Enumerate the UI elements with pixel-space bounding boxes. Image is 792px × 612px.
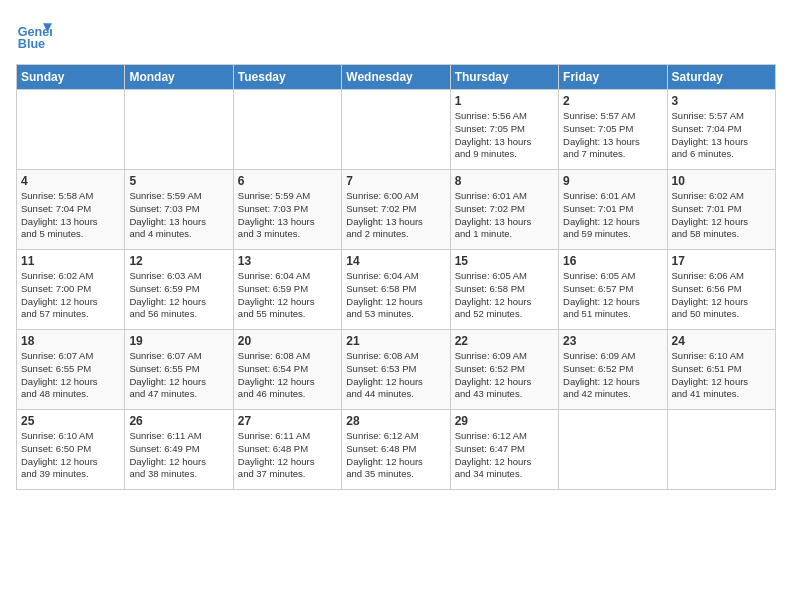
day-number: 26	[129, 414, 228, 428]
day-number: 18	[21, 334, 120, 348]
calendar-cell: 20Sunrise: 6:08 AM Sunset: 6:54 PM Dayli…	[233, 330, 341, 410]
calendar-cell: 6Sunrise: 5:59 AM Sunset: 7:03 PM Daylig…	[233, 170, 341, 250]
day-number: 7	[346, 174, 445, 188]
day-info: Sunrise: 5:59 AM Sunset: 7:03 PM Dayligh…	[129, 190, 228, 241]
day-number: 25	[21, 414, 120, 428]
calendar-cell: 18Sunrise: 6:07 AM Sunset: 6:55 PM Dayli…	[17, 330, 125, 410]
calendar-cell: 17Sunrise: 6:06 AM Sunset: 6:56 PM Dayli…	[667, 250, 775, 330]
calendar-cell: 4Sunrise: 5:58 AM Sunset: 7:04 PM Daylig…	[17, 170, 125, 250]
calendar-cell: 14Sunrise: 6:04 AM Sunset: 6:58 PM Dayli…	[342, 250, 450, 330]
svg-text:Blue: Blue	[18, 37, 45, 51]
day-info: Sunrise: 6:02 AM Sunset: 7:01 PM Dayligh…	[672, 190, 771, 241]
day-number: 15	[455, 254, 554, 268]
calendar-cell: 2Sunrise: 5:57 AM Sunset: 7:05 PM Daylig…	[559, 90, 667, 170]
day-info: Sunrise: 6:09 AM Sunset: 6:52 PM Dayligh…	[563, 350, 662, 401]
day-number: 28	[346, 414, 445, 428]
day-number: 8	[455, 174, 554, 188]
day-number: 9	[563, 174, 662, 188]
day-number: 6	[238, 174, 337, 188]
day-info: Sunrise: 6:08 AM Sunset: 6:53 PM Dayligh…	[346, 350, 445, 401]
calendar-cell: 29Sunrise: 6:12 AM Sunset: 6:47 PM Dayli…	[450, 410, 558, 490]
day-number: 12	[129, 254, 228, 268]
calendar-cell: 3Sunrise: 5:57 AM Sunset: 7:04 PM Daylig…	[667, 90, 775, 170]
day-number: 13	[238, 254, 337, 268]
calendar-cell	[559, 410, 667, 490]
day-info: Sunrise: 5:57 AM Sunset: 7:04 PM Dayligh…	[672, 110, 771, 161]
calendar-cell: 26Sunrise: 6:11 AM Sunset: 6:49 PM Dayli…	[125, 410, 233, 490]
day-info: Sunrise: 6:05 AM Sunset: 6:58 PM Dayligh…	[455, 270, 554, 321]
calendar-cell: 9Sunrise: 6:01 AM Sunset: 7:01 PM Daylig…	[559, 170, 667, 250]
day-info: Sunrise: 6:05 AM Sunset: 6:57 PM Dayligh…	[563, 270, 662, 321]
day-info: Sunrise: 6:00 AM Sunset: 7:02 PM Dayligh…	[346, 190, 445, 241]
day-info: Sunrise: 6:08 AM Sunset: 6:54 PM Dayligh…	[238, 350, 337, 401]
calendar-cell: 8Sunrise: 6:01 AM Sunset: 7:02 PM Daylig…	[450, 170, 558, 250]
calendar-cell: 13Sunrise: 6:04 AM Sunset: 6:59 PM Dayli…	[233, 250, 341, 330]
day-info: Sunrise: 6:10 AM Sunset: 6:50 PM Dayligh…	[21, 430, 120, 481]
calendar-table: SundayMondayTuesdayWednesdayThursdayFrid…	[16, 64, 776, 490]
weekday-header-monday: Monday	[125, 65, 233, 90]
day-number: 20	[238, 334, 337, 348]
weekday-header-sunday: Sunday	[17, 65, 125, 90]
day-info: Sunrise: 5:59 AM Sunset: 7:03 PM Dayligh…	[238, 190, 337, 241]
day-number: 22	[455, 334, 554, 348]
day-info: Sunrise: 6:11 AM Sunset: 6:49 PM Dayligh…	[129, 430, 228, 481]
calendar-cell: 19Sunrise: 6:07 AM Sunset: 6:55 PM Dayli…	[125, 330, 233, 410]
day-info: Sunrise: 6:04 AM Sunset: 6:58 PM Dayligh…	[346, 270, 445, 321]
day-number: 10	[672, 174, 771, 188]
calendar-cell: 21Sunrise: 6:08 AM Sunset: 6:53 PM Dayli…	[342, 330, 450, 410]
day-number: 2	[563, 94, 662, 108]
day-info: Sunrise: 6:01 AM Sunset: 7:01 PM Dayligh…	[563, 190, 662, 241]
day-info: Sunrise: 5:58 AM Sunset: 7:04 PM Dayligh…	[21, 190, 120, 241]
calendar-cell: 22Sunrise: 6:09 AM Sunset: 6:52 PM Dayli…	[450, 330, 558, 410]
day-number: 27	[238, 414, 337, 428]
weekday-header-thursday: Thursday	[450, 65, 558, 90]
day-number: 24	[672, 334, 771, 348]
day-info: Sunrise: 6:12 AM Sunset: 6:48 PM Dayligh…	[346, 430, 445, 481]
day-info: Sunrise: 5:56 AM Sunset: 7:05 PM Dayligh…	[455, 110, 554, 161]
day-info: Sunrise: 6:10 AM Sunset: 6:51 PM Dayligh…	[672, 350, 771, 401]
calendar-cell: 12Sunrise: 6:03 AM Sunset: 6:59 PM Dayli…	[125, 250, 233, 330]
day-number: 23	[563, 334, 662, 348]
day-info: Sunrise: 6:03 AM Sunset: 6:59 PM Dayligh…	[129, 270, 228, 321]
calendar-cell: 5Sunrise: 5:59 AM Sunset: 7:03 PM Daylig…	[125, 170, 233, 250]
day-info: Sunrise: 6:01 AM Sunset: 7:02 PM Dayligh…	[455, 190, 554, 241]
day-number: 11	[21, 254, 120, 268]
calendar-cell: 28Sunrise: 6:12 AM Sunset: 6:48 PM Dayli…	[342, 410, 450, 490]
day-info: Sunrise: 6:12 AM Sunset: 6:47 PM Dayligh…	[455, 430, 554, 481]
day-info: Sunrise: 6:04 AM Sunset: 6:59 PM Dayligh…	[238, 270, 337, 321]
day-number: 3	[672, 94, 771, 108]
calendar-cell: 15Sunrise: 6:05 AM Sunset: 6:58 PM Dayli…	[450, 250, 558, 330]
day-info: Sunrise: 6:07 AM Sunset: 6:55 PM Dayligh…	[129, 350, 228, 401]
page-header: General Blue	[16, 16, 776, 52]
calendar-cell: 24Sunrise: 6:10 AM Sunset: 6:51 PM Dayli…	[667, 330, 775, 410]
day-info: Sunrise: 6:06 AM Sunset: 6:56 PM Dayligh…	[672, 270, 771, 321]
day-info: Sunrise: 6:02 AM Sunset: 7:00 PM Dayligh…	[21, 270, 120, 321]
day-number: 4	[21, 174, 120, 188]
calendar-cell: 25Sunrise: 6:10 AM Sunset: 6:50 PM Dayli…	[17, 410, 125, 490]
calendar-cell: 7Sunrise: 6:00 AM Sunset: 7:02 PM Daylig…	[342, 170, 450, 250]
calendar-cell: 16Sunrise: 6:05 AM Sunset: 6:57 PM Dayli…	[559, 250, 667, 330]
day-number: 29	[455, 414, 554, 428]
calendar-cell: 10Sunrise: 6:02 AM Sunset: 7:01 PM Dayli…	[667, 170, 775, 250]
day-info: Sunrise: 5:57 AM Sunset: 7:05 PM Dayligh…	[563, 110, 662, 161]
weekday-header-saturday: Saturday	[667, 65, 775, 90]
day-number: 16	[563, 254, 662, 268]
weekday-header-tuesday: Tuesday	[233, 65, 341, 90]
calendar-cell	[667, 410, 775, 490]
weekday-header-friday: Friday	[559, 65, 667, 90]
day-info: Sunrise: 6:11 AM Sunset: 6:48 PM Dayligh…	[238, 430, 337, 481]
day-info: Sunrise: 6:09 AM Sunset: 6:52 PM Dayligh…	[455, 350, 554, 401]
calendar-cell	[233, 90, 341, 170]
logo: General Blue	[16, 16, 56, 52]
calendar-cell	[17, 90, 125, 170]
calendar-cell	[125, 90, 233, 170]
day-number: 21	[346, 334, 445, 348]
day-number: 17	[672, 254, 771, 268]
weekday-header-wednesday: Wednesday	[342, 65, 450, 90]
logo-icon: General Blue	[16, 16, 52, 52]
calendar-cell: 11Sunrise: 6:02 AM Sunset: 7:00 PM Dayli…	[17, 250, 125, 330]
calendar-cell: 23Sunrise: 6:09 AM Sunset: 6:52 PM Dayli…	[559, 330, 667, 410]
calendar-cell	[342, 90, 450, 170]
day-info: Sunrise: 6:07 AM Sunset: 6:55 PM Dayligh…	[21, 350, 120, 401]
day-number: 19	[129, 334, 228, 348]
